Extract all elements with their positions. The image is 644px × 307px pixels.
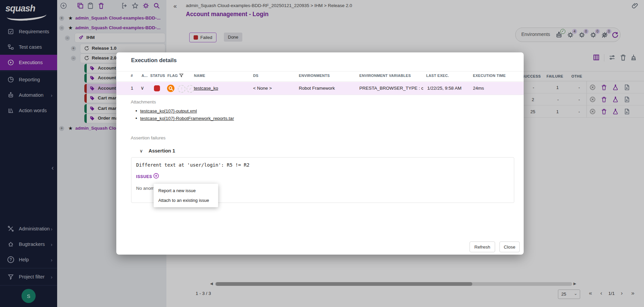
assertion-failures-label: Assertion failures xyxy=(131,135,166,140)
refresh-button-label: Refresh xyxy=(474,245,490,250)
table-border xyxy=(116,71,524,72)
flag-check-disabled-icon[interactable]: ✓ xyxy=(187,85,194,93)
col-header-last-exec: LAST EXEC. xyxy=(426,74,449,78)
modal-title: Execution details xyxy=(131,57,177,63)
attachment-link[interactable]: testcase_ko[107]-output.xml xyxy=(140,108,197,114)
attachments-label: Attachments xyxy=(131,99,156,104)
col-header-exec-time: EXECUTION TIME xyxy=(473,74,506,78)
flag-info-disabled-icon[interactable]: ! xyxy=(178,85,186,93)
col-header-status: STATUS xyxy=(150,74,165,78)
issues-label: ISSUES xyxy=(136,174,152,179)
cell-num: 1 xyxy=(131,86,133,91)
cell-environments: Robot Framework xyxy=(299,86,335,91)
flag-review-icon[interactable] xyxy=(167,85,174,92)
bullet-icon: • xyxy=(135,116,137,121)
add-issue-icon[interactable] xyxy=(153,173,159,179)
cell-env-vars: PRESTA_BROWSER_TYPE : chr... xyxy=(359,86,423,91)
table-border xyxy=(116,81,524,82)
menu-item-attach-existing-issue[interactable]: Attach to an existing issue xyxy=(154,195,218,205)
assertion-chevron-down-icon[interactable]: ∨ xyxy=(139,148,143,154)
assertion-message: Different text at 'user/login': R5 != R2 xyxy=(136,162,249,168)
col-header-flag: FLAG xyxy=(167,74,178,78)
cell-exec-time: 24ms xyxy=(473,86,484,91)
col-header-num: # xyxy=(131,74,133,78)
application-window: squash Requirements Test cases Execution… xyxy=(0,0,644,307)
flag-filter-funnel-icon[interactable] xyxy=(179,73,184,78)
menu-item-report-new-issue[interactable]: Report a new issue xyxy=(154,186,218,195)
bullet-icon: • xyxy=(135,108,137,114)
col-header-a: A... xyxy=(142,74,148,78)
cell-ds: < None > xyxy=(253,86,272,91)
refresh-button[interactable]: Refresh xyxy=(470,242,495,252)
execution-details-modal: Execution details # A... STATUS FLAG NAM… xyxy=(116,52,524,255)
execution-name-link[interactable]: testcase_ko xyxy=(194,86,218,91)
col-header-name: NAME xyxy=(194,74,205,78)
cell-last-exec: 1/22/25, 9:58 AM xyxy=(427,86,461,91)
issues-context-menu: Report a new issue Attach to an existing… xyxy=(154,184,218,207)
assertion-title: Assertion 1 xyxy=(149,148,175,154)
col-header-environments: ENVIRONMENTS xyxy=(299,74,330,78)
row-chevron-down-icon[interactable]: ∨ xyxy=(140,85,144,91)
col-header-env-vars: ENVIRONMENT VARIABLES xyxy=(359,74,411,78)
close-button-label: Close xyxy=(504,245,516,250)
status-failed-icon xyxy=(154,85,160,91)
col-header-ds: DS xyxy=(253,74,258,78)
close-button[interactable]: Close xyxy=(499,242,520,252)
execution-row[interactable]: 1 ∨ ! ✓ testcase_ko < None > Robot Frame… xyxy=(116,82,524,95)
attachment-link[interactable]: testcase_ko[107]-RobotFramework_reports.… xyxy=(140,116,234,121)
